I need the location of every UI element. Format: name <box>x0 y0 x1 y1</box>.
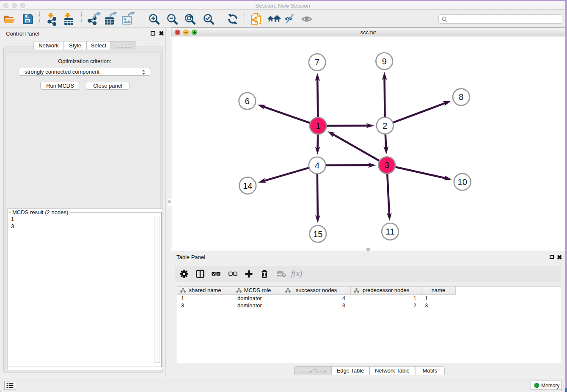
svg-text:8: 8 <box>459 92 463 102</box>
svg-text:15: 15 <box>313 229 322 239</box>
svg-text:4: 4 <box>315 161 319 170</box>
svg-text:6: 6 <box>245 97 250 106</box>
svg-text:10: 10 <box>458 177 467 187</box>
svg-text:7: 7 <box>315 58 319 67</box>
svg-text:3: 3 <box>385 160 389 170</box>
svg-text:9: 9 <box>382 57 387 66</box>
svg-text:1: 1 <box>316 121 320 130</box>
svg-text:2: 2 <box>383 121 387 130</box>
svg-text:11: 11 <box>386 227 395 236</box>
svg-text:14: 14 <box>243 181 252 190</box>
